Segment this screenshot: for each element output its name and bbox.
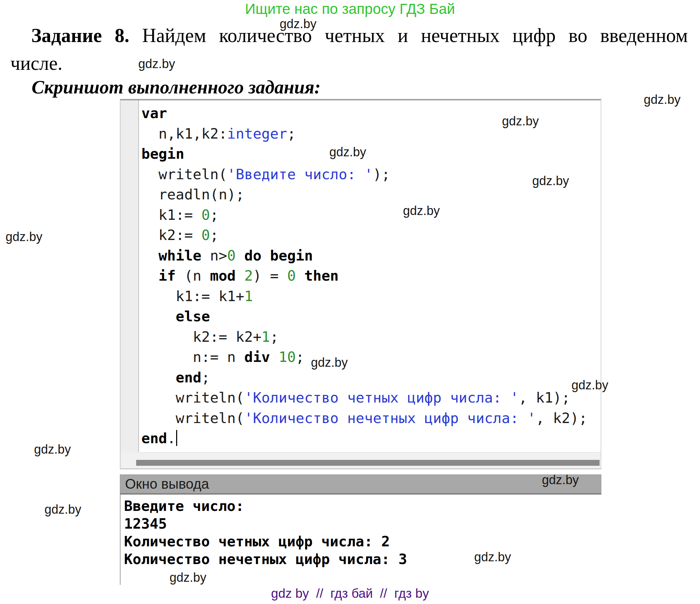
- gdz-watermark: gdz.by: [6, 230, 42, 244]
- gdz-watermark: gdz.by: [34, 442, 71, 457]
- code-text: writeln(: [176, 410, 244, 427]
- code-line: k1:= 0;: [141, 205, 601, 225]
- gdz-watermark: gdz.by: [571, 378, 608, 392]
- code-keyword: while: [158, 247, 201, 264]
- code-line: writeln('Введите число: ');: [141, 164, 601, 185]
- code-string: 'Введите число: ': [227, 166, 373, 183]
- horizontal-scrollbar-thumb[interactable]: [136, 460, 600, 466]
- code-number: 0: [201, 207, 210, 223]
- code-keyword: if: [158, 267, 175, 284]
- code-text: ;: [210, 227, 219, 243]
- code-text: .: [167, 430, 176, 447]
- code-text: [236, 267, 245, 284]
- code-keyword: begin: [141, 146, 184, 162]
- gdz-watermark: gdz.by: [280, 17, 316, 31]
- code-text: n:= n: [193, 349, 244, 365]
- code-line: else: [141, 306, 601, 327]
- task-paragraph: Задание 8. Найдем количество четных и не…: [10, 22, 688, 77]
- output-line: Количество нечетных цифр числа: 3: [124, 551, 601, 568]
- code-text: [270, 349, 279, 365]
- code-line: n:= n div 10;: [141, 347, 601, 367]
- code-text: k2:= k2+: [193, 329, 261, 345]
- code-string: 'Количество нечетных цифр числа: ': [244, 410, 536, 427]
- code-text: , k2);: [536, 410, 587, 427]
- code-line: while n>0 do begin: [141, 246, 601, 266]
- gdz-watermark: gdz.by: [644, 92, 681, 107]
- code-text: (n: [176, 267, 210, 284]
- task-number: Задание 8.: [31, 25, 129, 46]
- code-keyword: end: [176, 369, 201, 386]
- code-line: begin: [141, 144, 601, 164]
- code-string: 'Количество четных цифр числа: ': [244, 389, 519, 406]
- code-keyword: else: [176, 308, 210, 325]
- output-window-titlebar: Окно вывода: [120, 474, 601, 495]
- code-text: [262, 247, 270, 264]
- gdz-watermark: gdz.by: [502, 114, 539, 129]
- horizontal-scrollbar-track[interactable]: [121, 452, 601, 469]
- output-window: Окно вывода Введите число:12345Количеств…: [120, 474, 601, 585]
- code-line: writeln('Количество четных цифр числа: '…: [141, 388, 601, 408]
- code-number: 0: [227, 247, 236, 264]
- promo-banner-text: Ищите нас по запросу ГДЗ Бай: [0, 1, 700, 17]
- code-text: [236, 247, 245, 264]
- gdz-watermark: gdz.by: [542, 473, 579, 487]
- code-text: writeln(: [176, 389, 244, 406]
- code-text: n,k1,k2:: [158, 125, 227, 142]
- code-line: if (n mod 2) = 0 then: [141, 266, 601, 286]
- code-line: end.: [141, 428, 601, 449]
- code-line: readln(n);: [141, 184, 601, 205]
- code-number: 10: [279, 349, 296, 365]
- output-line: Введите число:: [124, 497, 601, 515]
- code-text: ;: [296, 349, 304, 365]
- code-text: k1:=: [158, 207, 201, 223]
- code-text: ;: [270, 329, 279, 345]
- code-type: integer: [227, 125, 287, 142]
- code-text: ) =: [253, 267, 287, 284]
- code-text: , k1);: [519, 389, 570, 406]
- code-text: writeln(: [158, 166, 227, 183]
- code-keyword: then: [304, 267, 339, 284]
- gdz-watermark: gdz.by: [474, 550, 511, 564]
- gdz-watermark: gdz.by: [170, 570, 206, 585]
- code-number: 1: [244, 288, 253, 305]
- footer-watermark: gdz by // гдз бай // гдз by: [0, 586, 700, 601]
- task-heading-line1: Задание 8. Найдем количество четных и не…: [10, 22, 688, 49]
- output-line: 12345: [124, 515, 601, 533]
- code-keyword: var: [141, 105, 167, 122]
- gdz-watermark: gdz.by: [138, 57, 175, 71]
- text-caret: [176, 430, 177, 446]
- code-line: writeln('Количество нечетных цифр числа:…: [141, 408, 601, 429]
- editor-gutter: [121, 100, 139, 452]
- code-number: 0: [201, 227, 210, 243]
- code-text: [296, 267, 304, 284]
- code-keyword: div: [244, 349, 270, 365]
- code-keyword: begin: [270, 247, 313, 264]
- code-text: k1:= k1+: [176, 288, 244, 305]
- gdz-watermark: gdz.by: [329, 145, 366, 159]
- task-heading-line2: числе.: [10, 49, 688, 77]
- code-number: 2: [244, 267, 253, 284]
- document-page: Ищите нас по запросу ГДЗ Бай gdz.bygdz.b…: [0, 0, 700, 604]
- code-text: );: [373, 166, 390, 183]
- code-keyword: mod: [210, 267, 236, 284]
- code-number: 0: [287, 267, 296, 284]
- code-line: k2:= 0;: [141, 225, 601, 246]
- gdz-watermark: gdz.by: [311, 355, 348, 370]
- code-text: ;: [210, 207, 219, 223]
- gdz-watermark: gdz.by: [44, 502, 81, 517]
- code-line: k1:= k1+1: [141, 286, 601, 307]
- code-text: k2:=: [158, 227, 201, 243]
- code-line: k2:= k2+1;: [141, 327, 601, 347]
- gdz-watermark: gdz.by: [403, 204, 440, 218]
- code-text-area[interactable]: varn,k1,k2:integer;beginwriteln('Введите…: [140, 100, 601, 452]
- task-text: Найдем количество четных и нечетных цифр…: [142, 25, 688, 46]
- screenshot-subtitle: Скриншот выполненного задания:: [32, 76, 321, 98]
- code-text: n>: [201, 247, 227, 264]
- gdz-watermark: gdz.by: [532, 174, 569, 188]
- code-text: readln(n);: [158, 186, 244, 203]
- code-line: end;: [141, 367, 601, 388]
- code-keyword: end: [141, 430, 167, 447]
- code-number: 1: [262, 329, 270, 345]
- code-keyword: do: [244, 247, 261, 264]
- code-text: ;: [287, 125, 296, 142]
